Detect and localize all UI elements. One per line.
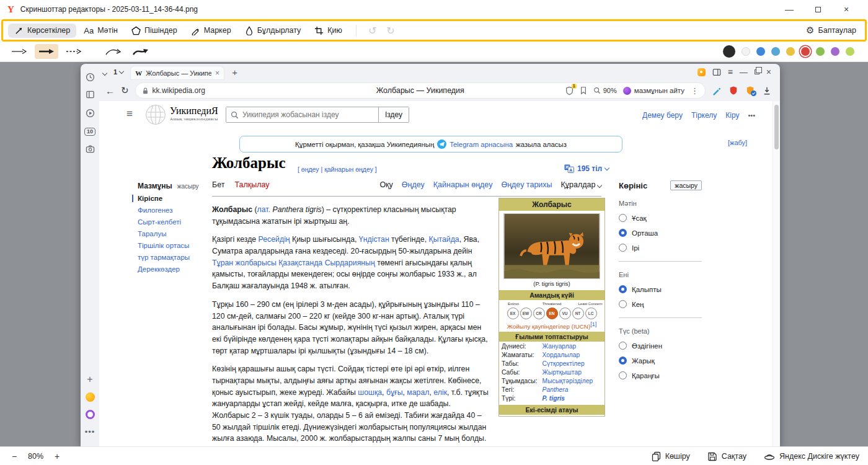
maximize-icon[interactable]	[804, 0, 832, 19]
radio-text-small[interactable]: Ұсақ	[619, 214, 702, 222]
telegram-link[interactable]: Telegram арнасына	[450, 141, 513, 148]
more-vert-icon[interactable]: ⋮	[691, 86, 699, 95]
login-link[interactable]: Кіру	[725, 111, 739, 120]
arrow-style-swoosh[interactable]	[129, 44, 153, 59]
radio-color-auto[interactable]: Өздігінен	[619, 342, 702, 350]
radio-color-dark[interactable]: Қараңғы	[619, 371, 702, 379]
read-aloud-button[interactable]: мазмұнын айту	[623, 87, 684, 95]
omnibox[interactable]: kk.wikipedia.org Жолбарыс — Уикипедия 1 …	[135, 82, 706, 99]
upload-to-disk-button[interactable]: Яндекс Дискіге жүктеу	[764, 452, 859, 461]
reload-icon[interactable]: ↻	[121, 85, 129, 96]
browser-close-icon[interactable]: ×	[766, 67, 771, 77]
toc-item[interactable]: Тіршілік ортасы	[138, 242, 208, 249]
color-swatch-lime[interactable]	[846, 47, 854, 56]
tool-marker-button[interactable]: Маркер	[185, 24, 237, 38]
copy-button[interactable]: Көшіру	[652, 451, 690, 461]
player-icon[interactable]	[81, 106, 99, 120]
zoom-out-button[interactable]: −	[9, 451, 20, 461]
browser-menu-icon[interactable]: ≡	[728, 67, 733, 77]
arrow-style-straight-bold[interactable]	[35, 44, 58, 59]
tab-panels-icon[interactable]	[712, 68, 721, 76]
tool-crop-button[interactable]: Қию	[308, 24, 348, 38]
panels-icon[interactable]	[81, 87, 99, 101]
search-input[interactable]	[226, 107, 378, 122]
scrollbar-thumb[interactable]	[774, 105, 779, 149]
protect-shield-icon[interactable]: 1	[565, 86, 574, 95]
minimize-icon[interactable]: —	[775, 0, 804, 19]
weather-icon[interactable]	[81, 390, 99, 404]
tab-read[interactable]: Оқу	[379, 180, 392, 189]
tab-counter-badge[interactable]: 10	[81, 125, 99, 138]
register-link[interactable]: Тіркелу	[691, 111, 717, 120]
tab-close-icon[interactable]: ×	[215, 69, 219, 78]
appearance-hide-button[interactable]: жасыру	[670, 180, 702, 190]
protect-check-shield-icon[interactable]	[746, 86, 755, 95]
save-button[interactable]: Сақтау	[707, 451, 746, 461]
toc-item[interactable]: түр тармақтары	[138, 254, 208, 261]
arrow-style-curved[interactable]	[102, 44, 125, 59]
more-icon[interactable]: •••	[81, 425, 99, 438]
wikipedia-logo[interactable]	[145, 104, 166, 125]
color-swatch-white[interactable]	[742, 47, 750, 56]
color-swatch-green[interactable]	[816, 47, 825, 56]
toc-item[interactable]: Таралуы	[138, 230, 208, 237]
color-swatch-purple[interactable]	[831, 47, 839, 56]
banner-close-link[interactable]: [жабу]	[728, 139, 747, 146]
user-menu-icon[interactable]: •••	[748, 112, 755, 119]
back-icon[interactable]: ←	[105, 86, 115, 96]
tab-page[interactable]: Бет	[212, 180, 224, 189]
history-icon[interactable]	[81, 70, 99, 84]
search-button[interactable]: Іздеу	[378, 107, 409, 122]
current-color-swatch[interactable]	[723, 45, 735, 58]
undo-icon[interactable]: ↺	[364, 25, 381, 37]
redo-icon[interactable]: ↻	[382, 25, 399, 37]
iucn-status-link[interactable]: Жойылу қаупіндегілер (IUCN)	[507, 323, 590, 330]
color-swatch-yellow[interactable]	[786, 47, 795, 56]
tiger-image[interactable]	[503, 213, 600, 279]
color-swatch-blue[interactable]	[756, 47, 765, 56]
toc-item[interactable]: Сырт-келбеті	[138, 218, 208, 226]
arrow-style-dashed[interactable]	[62, 44, 86, 59]
tool-arrows-button[interactable]: Көрсеткілер	[8, 24, 76, 38]
download-icon[interactable]	[763, 86, 771, 95]
radio-color-light[interactable]: Жарық	[619, 356, 702, 365]
alice-icon[interactable]	[81, 407, 99, 421]
page-zoom-control[interactable]: 90%	[593, 87, 617, 94]
radio-width-wide[interactable]: Кең	[619, 300, 702, 308]
new-tab-button[interactable]: +	[228, 67, 241, 78]
article-edit-links[interactable]: [ өңдеу | қайнарын өңдеу ]	[298, 166, 377, 173]
color-swatch-lightblue[interactable]	[771, 47, 780, 56]
radio-text-large[interactable]: Ірі	[619, 244, 702, 252]
donate-link[interactable]: Демеу беру	[642, 111, 683, 120]
tool-shapes-button[interactable]: Пішіндер	[125, 24, 184, 38]
tab-search-chevron-icon[interactable]	[103, 66, 107, 78]
reference-link[interactable]: [1]	[590, 321, 596, 327]
plus-icon[interactable]: +	[81, 373, 99, 386]
tool-text-button[interactable]: Аа Мәтін	[78, 24, 124, 38]
browser-minimize-icon[interactable]: —	[740, 68, 748, 77]
language-selector[interactable]: ЖA 195 тіл	[564, 164, 609, 173]
tab-edit-source[interactable]: Қайнарын өңдеу	[433, 180, 493, 189]
bookmark-icon[interactable]	[580, 86, 587, 95]
color-swatch-red[interactable]	[801, 47, 810, 56]
tab-history[interactable]: Өңдеу тарихы	[501, 180, 552, 189]
toc-item[interactable]: Филогенез	[138, 206, 208, 214]
zoom-in-button[interactable]: +	[51, 451, 63, 461]
edit-pen-icon[interactable]	[712, 86, 721, 95]
radio-text-standard[interactable]: Орташа	[619, 229, 702, 237]
screenshot-icon[interactable]	[81, 142, 99, 156]
tab-tools[interactable]: Құралдар	[561, 180, 601, 189]
wikipedia-wordmark[interactable]: УикипедиЯ Ашық энциклопедиясы	[170, 105, 218, 122]
radio-width-standard[interactable]: Қалыпты	[619, 285, 702, 293]
toc-item[interactable]: Кіріспе	[138, 195, 208, 202]
page-scrollbar[interactable]	[773, 101, 780, 446]
settings-button[interactable]: ⚙ Баптаулар	[806, 25, 860, 36]
tab-counter[interactable]: 1	[110, 67, 126, 77]
tab-talk[interactable]: Талқылау	[234, 180, 269, 189]
extension-icon[interactable]	[698, 68, 706, 76]
editor-canvas[interactable]: 10 + ••• 1 W Жолбарыс — Уикипед...	[0, 62, 868, 446]
toc-hide-button[interactable]: жасыру	[177, 183, 199, 190]
tab-edit[interactable]: Өңдеу	[402, 180, 425, 189]
close-icon[interactable]: ×	[832, 0, 861, 19]
tool-blur-button[interactable]: Бұлдырлату	[239, 24, 308, 38]
